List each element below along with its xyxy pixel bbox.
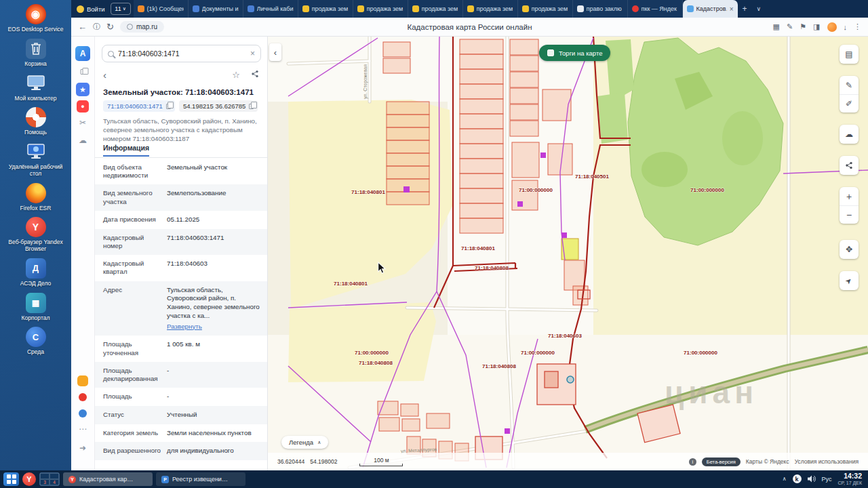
browser-tab[interactable]: продажа зем	[408, 0, 463, 18]
desktop-icon-eos[interactable]: ◉ EOS Desktop Service	[5, 4, 67, 33]
clear-search-icon[interactable]: ×	[250, 49, 255, 58]
cadastral-number-chip[interactable]: 71:18:040603:1471	[103, 100, 175, 112]
share-icon[interactable]	[251, 68, 259, 81]
app-logo-icon[interactable]: A	[75, 46, 90, 61]
desktop-icon-firefox[interactable]: Firefox ESR	[5, 183, 67, 212]
desktop-icon-sreda[interactable]: С Среда	[5, 327, 67, 356]
coordinates-chip[interactable]: 54.198215 36.626785	[179, 100, 258, 112]
browser-tab[interactable]: продажа зем	[353, 0, 408, 18]
measure-button[interactable]: ✎	[840, 76, 859, 94]
language-indicator[interactable]: Рус	[822, 476, 832, 483]
tab-counter[interactable]: 11 ∨	[111, 3, 131, 15]
table-row: Кадастровый квартал71:18:040603	[95, 255, 267, 281]
terms-link[interactable]: Условия использования	[795, 458, 859, 465]
taskbar-task-cadastral[interactable]: Y Кадастровая кар…	[63, 472, 153, 486]
panel-back-icon[interactable]: ‹	[103, 69, 106, 81]
torgi-toggle-button[interactable]: Торги на карте	[539, 45, 610, 61]
browser-tab-active[interactable]: Кадастров… ×	[683, 0, 738, 18]
desktop-icon-my-computer[interactable]: Мой компьютер	[5, 73, 67, 102]
browser-tab[interactable]: право заклю	[573, 0, 628, 18]
desktop-icon-korportal[interactable]: ▦ Корпортал	[5, 293, 67, 322]
screenshot-icon[interactable]: ✂	[79, 118, 86, 127]
map-share-button[interactable]	[840, 156, 859, 175]
map-canvas[interactable]: ул. Сторожевая ул. Металлургов 71:18:040…	[268, 37, 868, 470]
row-label: Статус	[103, 411, 167, 419]
tab-close-icon[interactable]: ×	[730, 5, 734, 13]
desktop-switcher[interactable]: 3 4	[39, 472, 60, 486]
draw-button[interactable]: ✐	[840, 94, 859, 113]
taskbar-yandex-browser-icon[interactable]: Y	[22, 472, 36, 486]
refresh-icon[interactable]: ↻	[106, 22, 114, 31]
blue-dot-icon[interactable]	[79, 409, 87, 418]
pan-mode-button[interactable]: ✥	[840, 240, 859, 259]
kaspersky-icon[interactable]: k	[793, 474, 802, 483]
profile-avatar[interactable]	[827, 22, 837, 32]
tile-tabs-icon[interactable]: ▦	[773, 22, 780, 31]
cloud-icon[interactable]: ☁	[79, 136, 87, 145]
browser-tab[interactable]: продажа зем	[298, 0, 353, 18]
export-button[interactable]: ☁	[840, 125, 859, 144]
tab-favicon	[412, 5, 419, 12]
site-info-icon[interactable]: ⓘ	[93, 23, 100, 30]
row-value: -	[167, 392, 260, 401]
new-tab-button[interactable]: +	[738, 4, 752, 14]
browser-tab[interactable]: (1k) Сообщени	[134, 0, 189, 18]
desktop-icon-ased-delo[interactable]: Д АСЭД Дело	[5, 258, 67, 287]
info-icon[interactable]: i	[689, 458, 696, 466]
desktop-icon-trash[interactable]: Корзина	[5, 39, 67, 68]
remote-desktop-icon	[26, 142, 46, 162]
bookmarks-icon[interactable]: ★	[76, 83, 90, 96]
sticker-icon[interactable]	[77, 375, 88, 386]
browser-signin-button[interactable]: Войти	[71, 5, 111, 13]
search-input[interactable]	[118, 49, 246, 58]
red-dot-icon[interactable]	[79, 393, 87, 401]
back-icon[interactable]: ←	[78, 22, 87, 31]
legend-button[interactable]: Легенда ∧	[281, 436, 328, 449]
chevron-down-icon: ∨	[123, 6, 126, 12]
table-row: Вид разрешенногодля индивидуального	[95, 442, 267, 460]
taskbar-task-registry[interactable]: Р Реестр извещени…	[156, 472, 245, 486]
sidebar-exit-icon[interactable]: ➜	[79, 443, 86, 453]
bookmark-flag-icon[interactable]: ⚑	[800, 22, 806, 31]
menu-icon[interactable]: ⋮	[854, 22, 861, 31]
copy-icon[interactable]	[249, 104, 254, 109]
plus-icon: +	[846, 192, 852, 201]
locate-button[interactable]: ➤	[840, 271, 859, 290]
address-bar[interactable]: map.ru	[120, 21, 164, 33]
taskbar-clock[interactable]: 14:32 СР, 17 ДЕК	[837, 472, 862, 485]
minus-icon: −	[846, 210, 852, 220]
edit-icon[interactable]: ✎	[787, 22, 793, 31]
copy-panel-icon[interactable]	[81, 69, 85, 75]
zoom-controls: + −	[840, 187, 859, 224]
search-icon	[108, 51, 114, 57]
tab-list-icon[interactable]: ∨	[752, 5, 766, 12]
download-icon[interactable]: ↓	[844, 23, 848, 31]
tray-expand-icon[interactable]: ∧	[783, 476, 787, 482]
browser-tab[interactable]: Личный каби	[243, 0, 298, 18]
expand-link[interactable]: Развернуть	[167, 323, 202, 331]
alice-icon[interactable]: ●	[77, 100, 89, 113]
copy-icon[interactable]	[166, 104, 171, 109]
more-dots-icon[interactable]: ⋯	[79, 424, 87, 434]
volume-icon[interactable]	[808, 473, 816, 485]
tab-favicon	[577, 5, 584, 12]
pan-icon: ✥	[846, 245, 852, 253]
browser-tab[interactable]: пкк — Яндек	[628, 0, 683, 18]
desktop-icon-remote-desktop[interactable]: Удалённый рабочий стол	[5, 142, 67, 178]
desktop-icon-yandex-browser[interactable]: Y Веб-браузер Yandex Browser	[5, 217, 67, 253]
browser-tab[interactable]: продажа зем	[463, 0, 518, 18]
collapse-panel-button[interactable]: ‹	[269, 43, 281, 61]
side-panel-icon[interactable]: ◨	[813, 22, 820, 31]
layers-button[interactable]: ▤	[840, 45, 859, 64]
browser-tab[interactable]: Документы и	[189, 0, 243, 18]
favorite-star-icon[interactable]: ☆	[232, 70, 240, 80]
tab-label: продажа зем	[422, 5, 458, 12]
tab-information[interactable]: Информация	[103, 144, 149, 157]
layers-icon: ▤	[845, 50, 852, 58]
zoom-in-button[interactable]: +	[840, 187, 859, 205]
start-button[interactable]	[3, 472, 19, 486]
browser-tab[interactable]: продажа зем	[518, 0, 573, 18]
task-label: Реестр извещени…	[172, 476, 228, 483]
zoom-out-button[interactable]: −	[840, 205, 859, 224]
desktop-icon-help[interactable]: Помощь	[5, 107, 67, 136]
